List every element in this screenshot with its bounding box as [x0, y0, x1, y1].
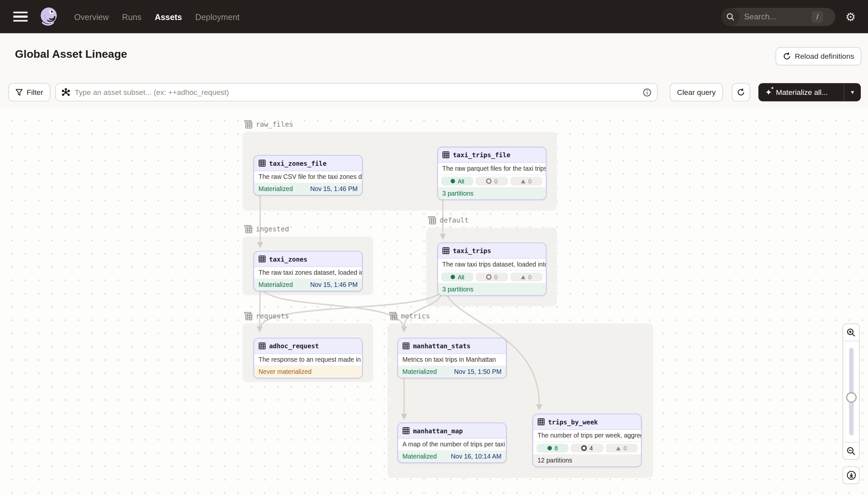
status-label: Materialized — [403, 368, 437, 376]
asset-name: taxi_trips_file — [453, 151, 510, 159]
asset-node-manhattan_map[interactable]: manhattan_map A map of the number of tri… — [397, 423, 507, 463]
asset-description: The response to an request made in th... — [254, 354, 362, 366]
zoom-out-button[interactable] — [843, 443, 859, 459]
asset-name: manhattan_map — [413, 427, 463, 434]
refresh-graph-button[interactable] — [732, 83, 750, 101]
dagster-logo[interactable] — [38, 5, 60, 28]
asset-node-adhoc_request[interactable]: adhoc_request The response to an request… — [253, 338, 362, 378]
download-image-button[interactable] — [843, 466, 860, 484]
asset-node-header: taxi_trips — [438, 243, 546, 259]
asset-description: The raw taxi trips dataset, loaded into … — [438, 259, 546, 271]
asset-node-header: taxi_trips_file — [438, 148, 546, 163]
zoom-slider[interactable] — [843, 341, 859, 443]
dagster-ui: raw_files ingested default requests metr… — [0, 0, 868, 495]
menu-hamburger-icon[interactable] — [14, 12, 28, 21]
info-icon[interactable] — [643, 88, 652, 97]
zoom-panel — [843, 324, 860, 460]
materialize-dropdown-caret[interactable]: ▾ — [844, 83, 861, 101]
partitions-footer: 3 partitions — [438, 188, 546, 199]
status-label: Materialized — [259, 281, 293, 289]
asset-group-icon — [389, 312, 397, 320]
asset-status-row: Materialized Nov 15, 1:46 PM — [254, 184, 362, 195]
asset-node-header: trips_by_week — [533, 414, 641, 430]
global-search-input[interactable]: Search... / — [721, 7, 835, 26]
filled-dot-icon — [547, 446, 552, 450]
asset-node-header: manhattan_stats — [398, 338, 506, 354]
table-icon — [403, 427, 410, 434]
gear-icon[interactable]: ⚙ — [845, 11, 856, 22]
clear-query-button[interactable]: Clear query — [670, 83, 723, 101]
triangle-icon — [521, 179, 526, 183]
asset-group-icon — [244, 225, 252, 233]
filled-dot-icon — [450, 275, 455, 279]
group-label-raw_files[interactable]: raw_files — [244, 120, 293, 129]
triangle-icon — [616, 446, 621, 450]
top-nav: Overview Runs Assets Deployment Search..… — [0, 0, 868, 33]
status-label: Never materialized — [259, 368, 312, 376]
failed-partitions-badge[interactable]: 0 — [476, 176, 508, 186]
status-timestamp[interactable]: Nov 16, 10:14 AM — [451, 453, 501, 461]
asset-node-header: taxi_zones — [254, 252, 362, 267]
search-placeholder: Search... — [744, 12, 776, 21]
asset-node-header: taxi_zones_file — [254, 156, 362, 171]
table-icon — [442, 247, 449, 254]
nav-item-deployment[interactable]: Deployment — [195, 12, 240, 21]
asset-description: The number of trips per week, aggreg... — [533, 430, 641, 442]
asset-group-icon — [244, 120, 252, 129]
status-timestamp[interactable]: Nov 15, 1:46 PM — [310, 185, 358, 193]
failed-partitions-badge[interactable]: 0 — [476, 272, 508, 281]
page-title: Global Asset Lineage — [15, 48, 127, 61]
asset-graph-icon — [61, 88, 70, 97]
zoom-in-button[interactable] — [843, 324, 859, 341]
asset-node-header: adhoc_request — [254, 338, 362, 354]
table-icon — [259, 342, 266, 349]
nav-links: Overview Runs Assets Deployment — [74, 12, 240, 21]
materialize-all-button[interactable]: ✦✦ Materialize all... ▾ — [758, 83, 861, 101]
materialized-partitions-badge[interactable]: All — [441, 272, 473, 281]
asset-status-row: Materialized Nov 15, 1:50 PM — [398, 366, 506, 377]
page-header: Global Asset Lineage Reload definitions — [0, 33, 868, 76]
download-icon — [846, 471, 856, 480]
group-label-metrics[interactable]: metrics — [389, 312, 430, 320]
reload-definitions-button[interactable]: Reload definitions — [776, 47, 862, 65]
asset-node-manhattan_stats[interactable]: manhattan_stats Metrics on taxi trips in… — [397, 338, 507, 378]
group-label-ingested[interactable]: ingested — [244, 225, 289, 233]
sparkle-icon: ✦✦ — [765, 88, 772, 96]
asset-description: The raw parquet files for the taxi trips… — [438, 163, 546, 175]
nav-item-assets[interactable]: Assets — [155, 12, 182, 21]
inprogress-partitions-badge[interactable]: 0 — [606, 444, 638, 453]
ring-icon — [486, 274, 492, 280]
nav-item-runs[interactable]: Runs — [122, 12, 141, 21]
inprogress-partitions-badge[interactable]: 0 — [510, 272, 542, 281]
table-icon — [403, 342, 410, 349]
table-icon — [442, 151, 449, 158]
inprogress-partitions-badge[interactable]: 0 — [510, 176, 542, 186]
partition-badges: All 0 0 — [438, 175, 546, 188]
asset-subset-placeholder: Type an asset subset... (ex: ++adhoc_req… — [75, 88, 638, 96]
filter-funnel-icon — [15, 89, 23, 96]
materialized-partitions-badge[interactable]: All — [441, 176, 473, 186]
asset-node-taxi_trips[interactable]: taxi_trips The raw taxi trips dataset, l… — [437, 243, 546, 296]
nav-item-overview[interactable]: Overview — [74, 12, 109, 21]
materialized-partitions-badge[interactable]: 8 — [536, 444, 568, 453]
status-timestamp[interactable]: Nov 15, 1:50 PM — [454, 368, 501, 376]
asset-description: A map of the number of trips per taxi z.… — [398, 439, 506, 451]
asset-subset-input[interactable]: Type an asset subset... (ex: ++adhoc_req… — [55, 83, 658, 101]
asset-node-taxi_trips_file[interactable]: taxi_trips_file The raw parquet files fo… — [437, 147, 546, 200]
asset-node-trips_by_week[interactable]: trips_by_week The number of trips per we… — [532, 414, 641, 467]
partitions-footer: 12 partitions — [533, 455, 641, 466]
group-label-requests[interactable]: requests — [244, 312, 289, 320]
status-timestamp[interactable]: Nov 15, 1:46 PM — [310, 281, 358, 289]
asset-node-taxi_zones_file[interactable]: taxi_zones_file The raw CSV file for the… — [253, 155, 362, 195]
asset-description: The raw CSV file for the taxi zones dat.… — [254, 171, 362, 183]
asset-node-taxi_zones[interactable]: taxi_zones The raw taxi zones dataset, l… — [253, 251, 362, 291]
ring-icon — [486, 178, 492, 184]
refresh-icon — [737, 88, 745, 96]
filter-button[interactable]: Filter — [8, 83, 50, 101]
zoom-slider-track[interactable] — [849, 348, 854, 436]
zoom-slider-thumb[interactable] — [846, 392, 856, 403]
asset-description: Metrics on taxi trips in Manhattan — [398, 354, 506, 366]
asset-name: taxi_trips — [453, 247, 491, 255]
group-label-default[interactable]: default — [428, 216, 468, 224]
failed-partitions-badge[interactable]: 4 — [571, 444, 603, 453]
